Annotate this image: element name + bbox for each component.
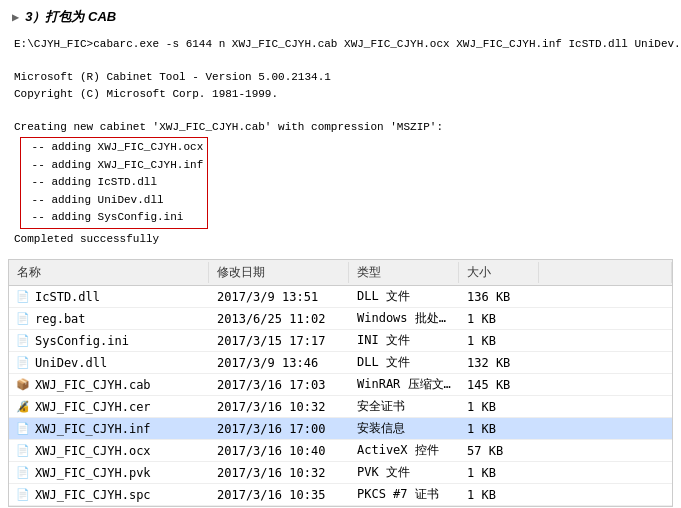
file-type: ActiveX 控件 xyxy=(349,441,459,460)
cab-icon: 📦 xyxy=(15,377,31,393)
table-row[interactable]: 🔏 XWJ_FIC_CJYH.cer 2017/3/16 10:32 安全证书 … xyxy=(9,396,672,418)
terminal-line-4: Copyright (C) Microsoft Corp. 1981-1999. xyxy=(14,86,667,103)
terminal-line-3: Microsoft (R) Cabinet Tool - Version 5.0… xyxy=(14,69,667,86)
file-type: 安装信息 xyxy=(349,419,459,438)
file-name-cell: 📦 XWJ_FIC_CJYH.cab xyxy=(9,376,209,394)
file-extra xyxy=(539,472,672,474)
file-name-cell: 🔏 XWJ_FIC_CJYH.cer xyxy=(9,398,209,416)
file-name: SysConfig.ini xyxy=(35,334,129,348)
boxed-line-1: -- adding XWJ_FIC_CJYH.ocx xyxy=(25,139,203,157)
col-header-extra xyxy=(539,262,672,283)
table-row[interactable]: 📄 SysConfig.ini 2017/3/15 17:17 INI 文件 1… xyxy=(9,330,672,352)
file-table-body: 📄 IcSTD.dll 2017/3/9 13:51 DLL 文件 136 KB… xyxy=(9,286,672,506)
dll-icon: 📄 xyxy=(15,355,31,371)
file-size: 1 KB xyxy=(459,399,539,415)
col-header-name: 名称 xyxy=(9,262,209,283)
file-name-cell: 📄 UniDev.dll xyxy=(9,354,209,372)
file-type: Windows 批处理... xyxy=(349,309,459,328)
table-row[interactable]: 📦 XWJ_FIC_CJYH.cab 2017/3/16 17:03 WinRA… xyxy=(9,374,672,396)
file-date: 2017/3/16 17:00 xyxy=(209,421,349,437)
header-arrow: ▶ xyxy=(12,10,19,24)
file-date: 2017/3/16 10:32 xyxy=(209,399,349,415)
terminal-line-5 xyxy=(14,102,667,119)
table-row[interactable]: 📄 XWJ_FIC_CJYH.spc 2017/3/16 10:35 PKCS … xyxy=(9,484,672,506)
file-extra xyxy=(539,340,672,342)
file-size: 1 KB xyxy=(459,311,539,327)
file-date: 2017/3/9 13:46 xyxy=(209,355,349,371)
file-table: 名称 修改日期 类型 大小 📄 IcSTD.dll 2017/3/9 13:51… xyxy=(8,259,673,507)
table-row[interactable]: 📄 UniDev.dll 2017/3/9 13:46 DLL 文件 132 K… xyxy=(9,352,672,374)
col-header-type: 类型 xyxy=(349,262,459,283)
col-header-date: 修改日期 xyxy=(209,262,349,283)
file-date: 2017/3/9 13:51 xyxy=(209,289,349,305)
boxed-line-3: -- adding IcSTD.dll xyxy=(25,174,203,192)
file-date: 2017/3/15 17:17 xyxy=(209,333,349,349)
file-extra xyxy=(539,450,672,452)
file-date: 2013/6/25 11:02 xyxy=(209,311,349,327)
pvk-icon: 📄 xyxy=(15,465,31,481)
terminal-line-2 xyxy=(14,53,667,70)
spc-icon: 📄 xyxy=(15,487,31,503)
boxed-line-5: -- adding SysConfig.ini xyxy=(25,209,203,227)
file-type: DLL 文件 xyxy=(349,287,459,306)
file-name: XWJ_FIC_CJYH.spc xyxy=(35,488,151,502)
file-date: 2017/3/16 10:35 xyxy=(209,487,349,503)
col-header-size: 大小 xyxy=(459,262,539,283)
file-date: 2017/3/16 10:40 xyxy=(209,443,349,459)
cer-icon: 🔏 xyxy=(15,399,31,415)
file-name-cell: 📄 XWJ_FIC_CJYH.pvk xyxy=(9,464,209,482)
file-name-cell: 📄 XWJ_FIC_CJYH.ocx xyxy=(9,442,209,460)
bat-icon: 📄 xyxy=(15,311,31,327)
ini-icon: 📄 xyxy=(15,333,31,349)
file-name: XWJ_FIC_CJYH.cer xyxy=(35,400,151,414)
file-size: 1 KB xyxy=(459,421,539,437)
file-name-cell: 📄 IcSTD.dll xyxy=(9,288,209,306)
table-row[interactable]: 📄 XWJ_FIC_CJYH.ocx 2017/3/16 10:40 Activ… xyxy=(9,440,672,462)
table-row[interactable]: 📄 XWJ_FIC_CJYH.inf 2017/3/16 17:00 安装信息 … xyxy=(9,418,672,440)
file-name-cell: 📄 SysConfig.ini xyxy=(9,332,209,350)
file-name-cell: 📄 XWJ_FIC_CJYH.inf xyxy=(9,420,209,438)
file-size: 136 KB xyxy=(459,289,539,305)
file-size: 1 KB xyxy=(459,487,539,503)
file-extra xyxy=(539,362,672,364)
file-date: 2017/3/16 10:32 xyxy=(209,465,349,481)
header-title: 3）打包为 CAB xyxy=(25,8,116,26)
terminal-boxed-content: -- adding XWJ_FIC_CJYH.ocx -- adding XWJ… xyxy=(20,137,208,229)
file-extra xyxy=(539,296,672,298)
file-date: 2017/3/16 17:03 xyxy=(209,377,349,393)
table-row[interactable]: 📄 reg.bat 2013/6/25 11:02 Windows 批处理...… xyxy=(9,308,672,330)
page-container: ▶ 3）打包为 CAB E:\CJYH_FIC>cabarc.exe -s 61… xyxy=(0,0,681,508)
file-table-header: 名称 修改日期 类型 大小 xyxy=(9,260,672,286)
file-extra xyxy=(539,384,672,386)
header-section: ▶ 3）打包为 CAB xyxy=(8,8,673,26)
file-extra xyxy=(539,494,672,496)
file-name: reg.bat xyxy=(35,312,86,326)
terminal-output: E:\CJYH_FIC>cabarc.exe -s 6144 n XWJ_FIC… xyxy=(8,32,673,251)
file-name: XWJ_FIC_CJYH.pvk xyxy=(35,466,151,480)
file-name-cell: 📄 XWJ_FIC_CJYH.spc xyxy=(9,486,209,504)
file-name: IcSTD.dll xyxy=(35,290,100,304)
file-size: 57 KB xyxy=(459,443,539,459)
dll-icon: 📄 xyxy=(15,289,31,305)
table-row[interactable]: 📄 IcSTD.dll 2017/3/9 13:51 DLL 文件 136 KB xyxy=(9,286,672,308)
file-type: INI 文件 xyxy=(349,331,459,350)
file-type: PKCS #7 证书 xyxy=(349,485,459,504)
ocx-icon: 📄 xyxy=(15,443,31,459)
boxed-line-4: -- adding UniDev.dll xyxy=(25,192,203,210)
boxed-line-2: -- adding XWJ_FIC_CJYH.inf xyxy=(25,157,203,175)
table-row[interactable]: 📄 XWJ_FIC_CJYH.pvk 2017/3/16 10:32 PVK 文… xyxy=(9,462,672,484)
file-extra xyxy=(539,318,672,320)
file-type: WinRAR 压缩文件 xyxy=(349,375,459,394)
file-extra xyxy=(539,406,672,408)
file-name: XWJ_FIC_CJYH.inf xyxy=(35,422,151,436)
file-size: 1 KB xyxy=(459,465,539,481)
file-size: 145 KB xyxy=(459,377,539,393)
file-name: XWJ_FIC_CJYH.cab xyxy=(35,378,151,392)
file-name: XWJ_FIC_CJYH.ocx xyxy=(35,444,151,458)
inf-icon: 📄 xyxy=(15,421,31,437)
terminal-line-1: E:\CJYH_FIC>cabarc.exe -s 6144 n XWJ_FIC… xyxy=(14,36,667,53)
file-name: UniDev.dll xyxy=(35,356,107,370)
file-type: DLL 文件 xyxy=(349,353,459,372)
terminal-completed: Completed successfully xyxy=(14,231,667,248)
file-type: PVK 文件 xyxy=(349,463,459,482)
